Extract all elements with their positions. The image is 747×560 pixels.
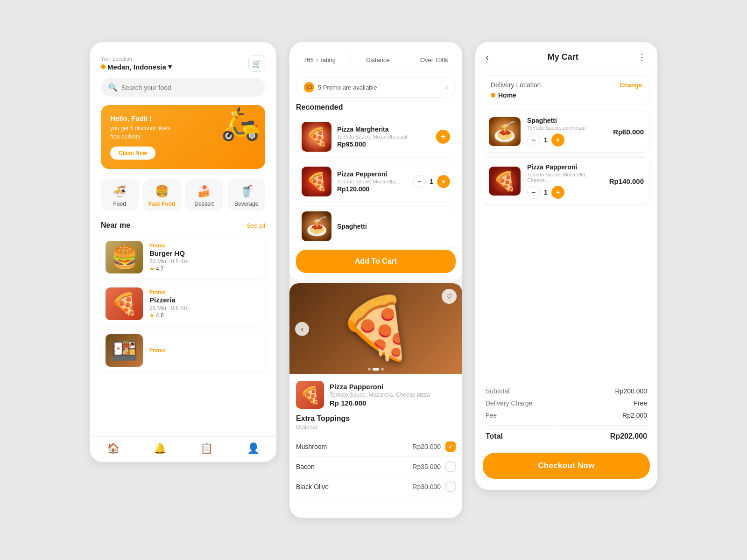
search-icon: 🔍: [108, 83, 118, 92]
total-label: Total: [486, 432, 503, 441]
burger-name: Burger HQ: [149, 249, 189, 257]
food-item-pepperoni[interactable]: 🍕 Pizza Pepperoni Tomato Sauce, Mozarell…: [296, 161, 456, 202]
spaghetti-qty: 1: [544, 136, 548, 144]
burger-hq-image: 🍔: [106, 241, 143, 273]
margherita-name: Pizza Margherita: [337, 126, 430, 133]
rating-count: 765 + rating: [303, 56, 336, 63]
hero-prev-button[interactable]: ‹: [295, 322, 309, 336]
pizza-qty-control: − 1 +: [527, 186, 603, 199]
category-dessert[interactable]: 🍰 Dessert: [185, 179, 223, 211]
delivery-guy-illustration: 🛵: [221, 107, 261, 139]
subtotal-label: Subtotal: [486, 387, 509, 395]
burger-promo-badge: Promo: [149, 243, 189, 248]
black-olive-checkbox[interactable]: [445, 482, 456, 492]
restaurant-card-pizzeria[interactable]: 🍕 Promo Pizzeria 25 Min · 0.6 Km ★ 4.6: [101, 283, 265, 325]
pizza-thumb-small: 🍕: [296, 381, 324, 409]
mushroom-name: Mushroom: [296, 443, 327, 450]
topping-bacon: Bacon Rp35.000: [296, 457, 456, 477]
cart-item-spaghetti: 🍝 Spaghetti Tomato Sauce, parmesan − 1 +…: [483, 111, 650, 153]
cart-items-list: 🍝 Spaghetti Tomato Sauce, parmesan − 1 +…: [475, 111, 657, 378]
pizza-hero-image: 🍕 ‹ ♡: [289, 283, 462, 374]
category-beverage[interactable]: 🥤 Beverage: [228, 179, 266, 211]
spaghetti-decrease-button[interactable]: −: [527, 133, 540, 147]
total-row: Total Rp202.000: [486, 429, 647, 443]
bacon-checkbox[interactable]: [445, 462, 456, 472]
pizza-cart-info: Pizza Papperoni Tomato Sauce, Mozarella,…: [527, 163, 603, 199]
near-me-header: Near me See all: [101, 221, 265, 230]
pizza-qty: 1: [544, 189, 548, 196]
delivery-charge-value: Free: [634, 399, 647, 407]
fee-label: Fee: [486, 412, 497, 419]
dessert-icon: 🍰: [197, 185, 211, 198]
pizza-decrease-button[interactable]: −: [527, 186, 540, 199]
food-item-spaghetti[interactable]: 🍝 Spaghetti: [296, 206, 456, 247]
rating-divider-2: [405, 53, 405, 66]
change-location-button[interactable]: Change: [620, 82, 642, 89]
pepperoni-decrease-button[interactable]: −: [413, 175, 426, 188]
toppings-optional: Optional: [296, 424, 456, 430]
total-value: Rp202.000: [610, 432, 647, 441]
add-to-cart-button[interactable]: Add To Cart: [296, 250, 456, 273]
nav-orders[interactable]: 📋: [200, 442, 213, 455]
claim-button[interactable]: Claim Now: [110, 147, 155, 160]
see-all-button[interactable]: See all: [247, 222, 265, 229]
spaghetti-cart-name: Spaghetti: [527, 117, 606, 124]
spaghetti-increase-button[interactable]: +: [551, 133, 564, 147]
fee-row: Fee Rp2.000: [486, 409, 647, 421]
nav-profile[interactable]: 👤: [247, 442, 260, 455]
third-restaurant-image: 🍱: [106, 334, 143, 367]
star-icon: ★: [149, 266, 155, 272]
restaurant-card-burger[interactable]: 🍔 Promo Burger HQ 30 Min · 0.8 Km ★ 4.7: [101, 236, 265, 278]
mushroom-checkbox[interactable]: ✓: [445, 441, 456, 452]
location-name[interactable]: Medan, Indonesia ▾: [101, 63, 172, 71]
nav-notifications[interactable]: 🔔: [154, 442, 166, 455]
pizza-info-row: 🍕 Pizza Papperoni Tomato Sauce, Mozarell…: [296, 381, 456, 409]
hero-dot-1: [368, 368, 371, 371]
pepperoni-increase-button[interactable]: +: [437, 175, 450, 188]
pizza-text-info: Pizza Papperoni Tomato Sauce, Mozarella,…: [330, 383, 430, 407]
subtotal-value: Rp200.000: [615, 387, 647, 395]
category-fastfood[interactable]: 🍔 Fast Food: [143, 179, 181, 211]
fastfood-label: Fast Food: [148, 201, 175, 207]
location-row: Your Location Medan, Indonesia ▾ 🛒: [101, 55, 265, 72]
fee-value: Rp2.000: [622, 412, 647, 419]
spaghetti-price: Rp60.000: [613, 128, 644, 136]
rating-divider-1: [351, 53, 351, 66]
pizzeria-name: Pizzeria: [149, 296, 189, 304]
restaurant-card-third[interactable]: 🍱 Promo: [101, 329, 265, 371]
hero-dots: [368, 368, 384, 371]
pizza-detail-section: 🍕 ‹ ♡ 🍕 Pizza Papperoni Tomat: [289, 283, 462, 518]
spaghetti-cart-info: Spaghetti Tomato Sauce, parmesan − 1 +: [527, 117, 606, 147]
food-icon: 🍜: [113, 185, 127, 198]
pizzeria-promo-badge: Promo: [149, 289, 189, 295]
back-button[interactable]: ‹: [486, 52, 489, 63]
star-icon-2: ★: [149, 312, 155, 319]
more-options-button[interactable]: ⋮: [637, 51, 647, 63]
near-me-title: Near me: [101, 221, 130, 230]
food-detail-screen: 765 + rating Distance Over 100k 🏷 5 Prom…: [289, 42, 462, 518]
chevron-right-icon: ›: [445, 83, 448, 91]
cart-item-pizza: 🍕 Pizza Papperoni Tomato Sauce, Mozarell…: [483, 157, 650, 205]
nav-home[interactable]: 🏠: [107, 442, 120, 455]
delivery-location-label: Delivery Location: [491, 81, 541, 89]
margherita-ingredients: Tomato Sauce, Mozarella,basil: [337, 134, 430, 140]
spaghetti-qty-control: − 1 +: [527, 133, 606, 147]
pizza-name: Pizza Papperoni: [330, 383, 430, 391]
search-bar[interactable]: 🔍: [101, 78, 265, 97]
search-input[interactable]: [121, 84, 258, 91]
food-item-margherita[interactable]: 🍕 Pizza Margherita Tomato Sauce, Mozarel…: [296, 116, 456, 157]
rating-bar: 765 + rating Distance Over 100k: [296, 49, 456, 71]
cart-icon[interactable]: 🛒: [248, 55, 265, 72]
topping-black-olive: Black Olive Rp30.000: [296, 477, 456, 497]
promo-circle-icon: 🏷: [304, 82, 314, 92]
pizza-increase-button[interactable]: +: [551, 186, 564, 199]
dessert-label: Dessert: [195, 201, 214, 207]
add-margherita-button[interactable]: +: [436, 130, 450, 144]
delivery-section: Delivery Location Change Home: [483, 75, 650, 105]
category-food[interactable]: 🍜 Food: [101, 179, 139, 211]
hero-favorite-button[interactable]: ♡: [442, 289, 457, 304]
promo-available-badge[interactable]: 🏷 5 Promo are available ›: [296, 77, 456, 98]
checkout-button[interactable]: Checkout Now: [483, 453, 650, 479]
home-location-label: Home: [498, 91, 516, 99]
pizza-price: Rp 120.000: [330, 399, 430, 407]
